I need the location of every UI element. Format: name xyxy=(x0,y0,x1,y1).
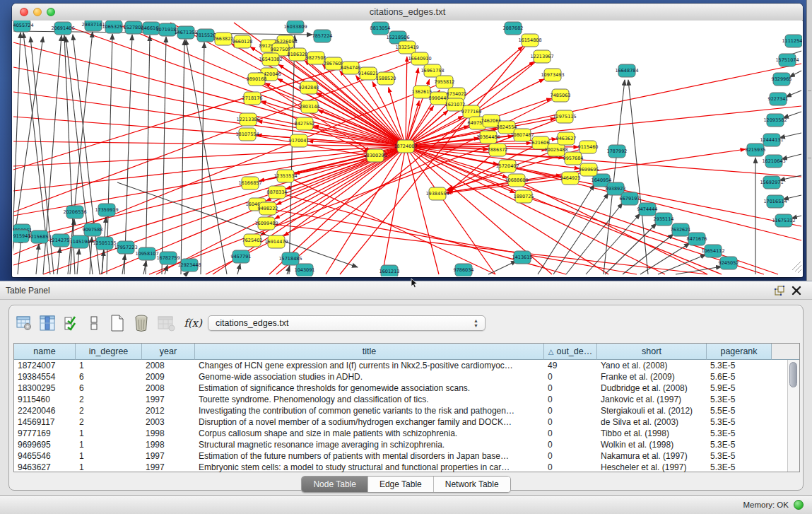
column-header-out_de[interactable]: △out_de… xyxy=(544,344,597,360)
table-cell[interactable]: Tibbo et al. (1998) xyxy=(597,428,707,439)
citation-edge-undirected[interactable] xyxy=(538,185,594,274)
network-window[interactable]: citations_edges.txt 24055724206914062983… xyxy=(12,4,803,277)
graph-node[interactable]: 18300295 xyxy=(363,149,387,162)
close-icon[interactable] xyxy=(791,285,802,296)
citation-edge[interactable] xyxy=(13,146,406,216)
table-cell[interactable]: 2 xyxy=(76,405,142,416)
table-cell[interactable]: Estimation of the future numbers of pati… xyxy=(195,450,544,462)
graph-node[interactable]: 16961758 xyxy=(420,64,444,77)
citation-edge-undirected[interactable] xyxy=(628,80,648,274)
show-columns-button[interactable] xyxy=(35,314,60,332)
table-cell[interactable]: 6 xyxy=(76,371,142,382)
vertical-scrollbar[interactable] xyxy=(787,360,799,472)
graph-node[interactable]: 10973493 xyxy=(541,69,564,81)
graph-node[interactable]: 15720407 xyxy=(495,160,519,173)
table-cell[interactable]: 1 xyxy=(76,439,142,450)
table-cell[interactable]: 5.3E-5 xyxy=(707,428,772,439)
graph-node[interactable]: 8878334 xyxy=(267,186,288,199)
table-cell[interactable]: Jankovic et al. (1997) xyxy=(597,394,707,405)
table-cell[interactable]: Tourette syndrome. Phenomenology and cla… xyxy=(195,394,544,405)
table-cell[interactable]: 5.3E-5 xyxy=(707,360,772,371)
graph-node[interactable]: 9457791 xyxy=(231,250,252,263)
graph-node[interactable]: 2935114 xyxy=(654,213,674,226)
graph-node[interactable]: 9474444 xyxy=(637,203,658,216)
table-cell[interactable]: Corpus callosum shape and size in male p… xyxy=(195,428,544,439)
select-columns-button[interactable] xyxy=(60,314,83,332)
table-cell[interactable]: 1 xyxy=(76,462,142,473)
citation-edge-undirected[interactable] xyxy=(18,238,21,274)
tab-edge-table[interactable]: Edge Table xyxy=(368,477,434,492)
table-cell[interactable]: Changes of HCN gene expression and I(f) … xyxy=(195,360,544,371)
graph-node[interactable]: 8471676 xyxy=(687,233,707,245)
table-cell[interactable]: 18724007 xyxy=(14,360,76,371)
citation-graph[interactable]: 2405572420691406298371411065325715278028… xyxy=(13,21,802,276)
table-cell[interactable]: 5.3E-5 xyxy=(707,416,772,428)
graph-node[interactable]: 8215935 xyxy=(746,144,766,156)
graph-node[interactable]: 12505135 xyxy=(93,237,116,250)
graph-node[interactable]: 15718485 xyxy=(278,252,302,265)
table-cell[interactable]: 2009 xyxy=(142,371,195,382)
graph-node[interactable]: 9115460 xyxy=(578,141,599,153)
graph-node[interactable]: 9329965 xyxy=(772,73,792,86)
citation-edge-undirected[interactable] xyxy=(186,271,189,274)
table-row[interactable]: 911546021997Tourette syndrome. Phenomeno… xyxy=(14,394,799,405)
graph-node[interactable]: 9464923 xyxy=(560,172,581,185)
table-cell[interactable]: 6 xyxy=(76,382,142,394)
table-cell[interactable]: Hescheler et al. (1997) xyxy=(597,462,707,473)
function-builder-button[interactable]: f(x) xyxy=(179,314,207,332)
graph-node[interactable]: 7886372 xyxy=(488,144,508,156)
column-header-year[interactable]: year xyxy=(142,344,195,360)
table-cell[interactable]: 1998 xyxy=(142,428,195,439)
graph-node[interactable]: 9463627 xyxy=(556,132,577,145)
table-cell[interactable]: 1997 xyxy=(142,462,195,473)
delete-button[interactable] xyxy=(129,314,153,332)
right-panel-splitter[interactable] xyxy=(806,0,812,281)
table-cell[interactable]: 9699695 xyxy=(14,439,76,450)
graph-node[interactable]: 18107554 xyxy=(235,128,259,141)
table-cell[interactable]: Wolkin et al. (1998) xyxy=(597,439,707,450)
graph-node[interactable]: 16640910 xyxy=(408,52,431,65)
graph-node[interactable]: 11675312 xyxy=(772,214,795,227)
graph-node[interactable]: 9786034 xyxy=(454,264,474,276)
table-settings-button[interactable] xyxy=(13,314,35,332)
graph-node[interactable]: 2803144 xyxy=(300,100,320,113)
table-row[interactable]: 1938455462009Genome-wide association stu… xyxy=(14,371,799,382)
graph-node[interactable]: 20691406 xyxy=(51,22,74,35)
tab-network-table[interactable]: Network Table xyxy=(434,477,510,492)
graph-node[interactable]: 8427552 xyxy=(295,117,315,130)
table-cell[interactable]: 5.3E-5 xyxy=(707,439,772,450)
graph-node[interactable]: 13325419 xyxy=(395,41,418,54)
graph-node[interactable]: 12444131 xyxy=(760,134,783,146)
table-cell[interactable]: 14569117 xyxy=(14,416,76,428)
citation-edge-undirected[interactable] xyxy=(237,264,240,274)
table-cell[interactable]: 1998 xyxy=(142,439,195,450)
table-row[interactable]: 946554611997Estimation of the future num… xyxy=(14,450,799,462)
table-cell[interactable]: 5.5E-5 xyxy=(707,405,772,416)
graph-node[interactable]: 1601213 xyxy=(379,265,400,276)
graph-node[interactable]: 16154808 xyxy=(518,34,541,47)
graph-node[interactable]: 16210643 xyxy=(762,155,785,168)
graph-node[interactable]: 1787992 xyxy=(607,145,628,158)
column-header-short[interactable]: short xyxy=(597,344,707,360)
table-row[interactable]: 946362711997Embryonic stem cells: a mode… xyxy=(14,462,799,473)
citation-edge[interactable] xyxy=(283,146,406,236)
graph-node[interactable]: 1043091 xyxy=(295,264,315,276)
graph-node[interactable]: 15692971 xyxy=(760,176,783,189)
graph-node[interactable]: 8186328 xyxy=(288,48,308,61)
new-document-button[interactable] xyxy=(105,314,129,332)
graph-node[interactable]: 12923448 xyxy=(177,259,201,271)
table-row[interactable]: 1830029562008Estimation of significance … xyxy=(14,382,799,394)
table-cell[interactable]: 5.9E-5 xyxy=(707,382,772,394)
graph-node[interactable]: 1413615 xyxy=(512,251,533,264)
graph-node[interactable]: 9097588 xyxy=(83,223,103,236)
graph-node[interactable]: 10807487 xyxy=(510,129,534,141)
table-cell[interactable]: 1 xyxy=(76,360,142,371)
graph-node[interactable]: 7485063 xyxy=(551,89,571,102)
table-cell[interactable]: Yano et al. (2008) xyxy=(597,360,707,371)
row-height-button[interactable] xyxy=(83,314,105,332)
graph-node[interactable]: 11112548 xyxy=(782,35,802,47)
graph-node[interactable]: 12213967 xyxy=(530,50,553,63)
table-cell[interactable]: 2008 xyxy=(142,360,195,371)
graph-node[interactable]: 16914479 xyxy=(264,235,288,248)
table-cell[interactable]: Stergiakouli et al. (2012) xyxy=(597,405,707,416)
